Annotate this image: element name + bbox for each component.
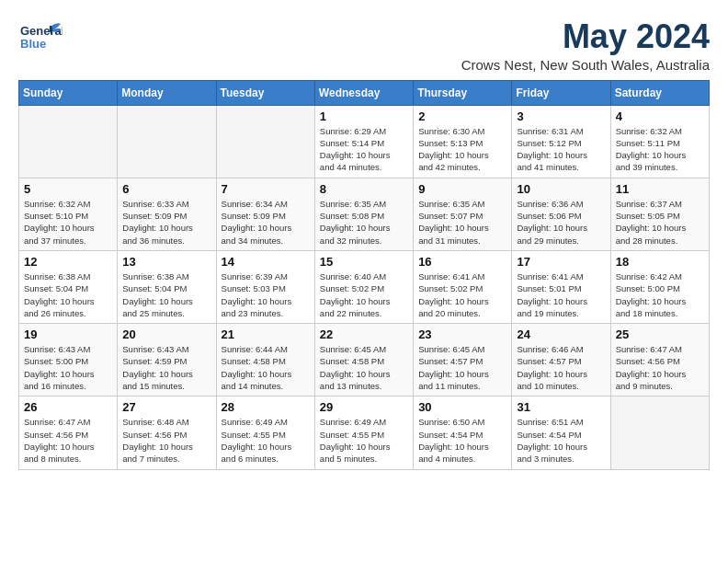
day-number: 26 (24, 400, 112, 414)
logo-icon: General Blue (18, 18, 63, 59)
calendar-cell: 5Sunrise: 6:32 AMSunset: 5:10 PMDaylight… (19, 178, 118, 250)
weekday-header-monday: Monday (118, 80, 216, 105)
day-number: 5 (24, 182, 112, 196)
day-info: Sunrise: 6:47 AMSunset: 4:56 PMDaylight:… (616, 343, 704, 392)
calendar-cell: 12Sunrise: 6:38 AMSunset: 5:04 PMDayligh… (19, 250, 118, 323)
calendar-cell: 11Sunrise: 6:37 AMSunset: 5:05 PMDayligh… (610, 178, 709, 250)
calendar-cell: 14Sunrise: 6:39 AMSunset: 5:03 PMDayligh… (216, 250, 314, 323)
calendar-cell: 25Sunrise: 6:47 AMSunset: 4:56 PMDayligh… (610, 324, 709, 396)
day-number: 20 (122, 327, 210, 341)
day-number: 29 (320, 400, 408, 414)
calendar-cell: 24Sunrise: 6:46 AMSunset: 4:57 PMDayligh… (512, 324, 610, 396)
title-area: May 2024 Crows Nest, New South Wales, Au… (461, 18, 710, 73)
day-info: Sunrise: 6:49 AMSunset: 4:55 PMDaylight:… (320, 416, 408, 465)
day-info: Sunrise: 6:40 AMSunset: 5:02 PMDaylight:… (320, 270, 408, 319)
calendar-cell: 10Sunrise: 6:36 AMSunset: 5:06 PMDayligh… (512, 178, 610, 250)
calendar-week-row: 5Sunrise: 6:32 AMSunset: 5:10 PMDaylight… (19, 178, 710, 250)
day-info: Sunrise: 6:38 AMSunset: 5:04 PMDaylight:… (122, 270, 210, 319)
day-info: Sunrise: 6:48 AMSunset: 4:56 PMDaylight:… (122, 416, 210, 465)
day-info: Sunrise: 6:32 AMSunset: 5:10 PMDaylight:… (24, 198, 112, 247)
calendar-cell: 8Sunrise: 6:35 AMSunset: 5:08 PMDaylight… (314, 178, 413, 250)
weekday-header-sunday: Sunday (19, 80, 118, 105)
calendar-cell: 26Sunrise: 6:47 AMSunset: 4:56 PMDayligh… (19, 396, 118, 469)
day-number: 16 (418, 255, 506, 269)
day-number: 27 (122, 400, 210, 414)
day-number: 6 (122, 182, 210, 196)
day-info: Sunrise: 6:43 AMSunset: 5:00 PMDaylight:… (24, 343, 112, 392)
calendar-cell: 22Sunrise: 6:45 AMSunset: 4:58 PMDayligh… (314, 324, 413, 396)
calendar-header-row: SundayMondayTuesdayWednesdayThursdayFrid… (19, 80, 710, 105)
day-number: 3 (517, 109, 605, 123)
calendar-cell: 27Sunrise: 6:48 AMSunset: 4:56 PMDayligh… (118, 396, 216, 469)
day-info: Sunrise: 6:49 AMSunset: 4:55 PMDaylight:… (222, 416, 310, 465)
calendar-cell: 2Sunrise: 6:30 AMSunset: 5:13 PMDaylight… (414, 105, 512, 178)
calendar-week-row: 26Sunrise: 6:47 AMSunset: 4:56 PMDayligh… (19, 396, 710, 469)
day-number: 2 (418, 109, 506, 123)
day-number: 14 (222, 255, 310, 269)
day-number: 12 (24, 255, 112, 269)
day-number: 23 (418, 327, 506, 341)
day-number: 7 (222, 182, 310, 196)
calendar-cell: 3Sunrise: 6:31 AMSunset: 5:12 PMDaylight… (512, 105, 610, 178)
calendar-cell: 9Sunrise: 6:35 AMSunset: 5:07 PMDaylight… (414, 178, 512, 250)
day-info: Sunrise: 6:43 AMSunset: 4:59 PMDaylight:… (122, 343, 210, 392)
day-info: Sunrise: 6:37 AMSunset: 5:05 PMDaylight:… (616, 198, 704, 247)
day-info: Sunrise: 6:45 AMSunset: 4:57 PMDaylight:… (418, 343, 506, 392)
day-info: Sunrise: 6:41 AMSunset: 5:02 PMDaylight:… (418, 270, 506, 319)
day-number: 10 (517, 182, 605, 196)
location-subtitle: Crows Nest, New South Wales, Australia (461, 57, 710, 73)
calendar-cell (118, 105, 216, 178)
day-info: Sunrise: 6:33 AMSunset: 5:09 PMDaylight:… (122, 198, 210, 247)
weekday-header-saturday: Saturday (610, 80, 709, 105)
calendar-cell: 31Sunrise: 6:51 AMSunset: 4:54 PMDayligh… (512, 396, 610, 469)
weekday-header-friday: Friday (512, 80, 610, 105)
calendar-cell: 17Sunrise: 6:41 AMSunset: 5:01 PMDayligh… (512, 250, 610, 323)
calendar-cell: 28Sunrise: 6:49 AMSunset: 4:55 PMDayligh… (216, 396, 314, 469)
day-info: Sunrise: 6:42 AMSunset: 5:00 PMDaylight:… (616, 270, 704, 319)
calendar-cell (19, 105, 118, 178)
day-number: 30 (418, 400, 506, 414)
calendar-week-row: 1Sunrise: 6:29 AMSunset: 5:14 PMDaylight… (19, 105, 710, 178)
calendar-cell (216, 105, 314, 178)
day-number: 22 (320, 327, 408, 341)
day-number: 28 (222, 400, 310, 414)
calendar-week-row: 12Sunrise: 6:38 AMSunset: 5:04 PMDayligh… (19, 250, 710, 323)
day-info: Sunrise: 6:44 AMSunset: 4:58 PMDaylight:… (222, 343, 310, 392)
day-info: Sunrise: 6:31 AMSunset: 5:12 PMDaylight:… (517, 125, 605, 174)
calendar-cell: 30Sunrise: 6:50 AMSunset: 4:54 PMDayligh… (414, 396, 512, 469)
day-info: Sunrise: 6:29 AMSunset: 5:14 PMDaylight:… (320, 125, 408, 174)
calendar-cell: 23Sunrise: 6:45 AMSunset: 4:57 PMDayligh… (414, 324, 512, 396)
calendar-cell: 6Sunrise: 6:33 AMSunset: 5:09 PMDaylight… (118, 178, 216, 250)
day-number: 8 (320, 182, 408, 196)
day-info: Sunrise: 6:47 AMSunset: 4:56 PMDaylight:… (24, 416, 112, 465)
calendar-table: SundayMondayTuesdayWednesdayThursdayFrid… (18, 80, 710, 470)
day-number: 17 (517, 255, 605, 269)
day-number: 1 (320, 109, 408, 123)
day-number: 11 (616, 182, 704, 196)
calendar-cell: 19Sunrise: 6:43 AMSunset: 5:00 PMDayligh… (19, 324, 118, 396)
day-number: 25 (616, 327, 704, 341)
calendar-cell: 7Sunrise: 6:34 AMSunset: 5:09 PMDaylight… (216, 178, 314, 250)
day-info: Sunrise: 6:30 AMSunset: 5:13 PMDaylight:… (418, 125, 506, 174)
weekday-header-wednesday: Wednesday (314, 80, 413, 105)
day-info: Sunrise: 6:38 AMSunset: 5:04 PMDaylight:… (24, 270, 112, 319)
day-info: Sunrise: 6:36 AMSunset: 5:06 PMDaylight:… (517, 198, 605, 247)
calendar-cell: 20Sunrise: 6:43 AMSunset: 4:59 PMDayligh… (118, 324, 216, 396)
day-number: 21 (222, 327, 310, 341)
day-number: 31 (517, 400, 605, 414)
calendar-cell: 29Sunrise: 6:49 AMSunset: 4:55 PMDayligh… (314, 396, 413, 469)
day-info: Sunrise: 6:35 AMSunset: 5:08 PMDaylight:… (320, 198, 408, 247)
day-number: 18 (616, 255, 704, 269)
day-info: Sunrise: 6:51 AMSunset: 4:54 PMDaylight:… (517, 416, 605, 465)
month-year-title: May 2024 (461, 18, 710, 55)
day-info: Sunrise: 6:45 AMSunset: 4:58 PMDaylight:… (320, 343, 408, 392)
header: General Blue May 2024 Crows Nest, New So… (18, 18, 710, 73)
calendar-cell: 16Sunrise: 6:41 AMSunset: 5:02 PMDayligh… (414, 250, 512, 323)
calendar-cell: 15Sunrise: 6:40 AMSunset: 5:02 PMDayligh… (314, 250, 413, 323)
day-info: Sunrise: 6:35 AMSunset: 5:07 PMDaylight:… (418, 198, 506, 247)
calendar-cell: 18Sunrise: 6:42 AMSunset: 5:00 PMDayligh… (610, 250, 709, 323)
day-info: Sunrise: 6:34 AMSunset: 5:09 PMDaylight:… (222, 198, 310, 247)
day-number: 4 (616, 109, 704, 123)
svg-text:Blue: Blue (20, 37, 46, 51)
day-info: Sunrise: 6:46 AMSunset: 4:57 PMDaylight:… (517, 343, 605, 392)
